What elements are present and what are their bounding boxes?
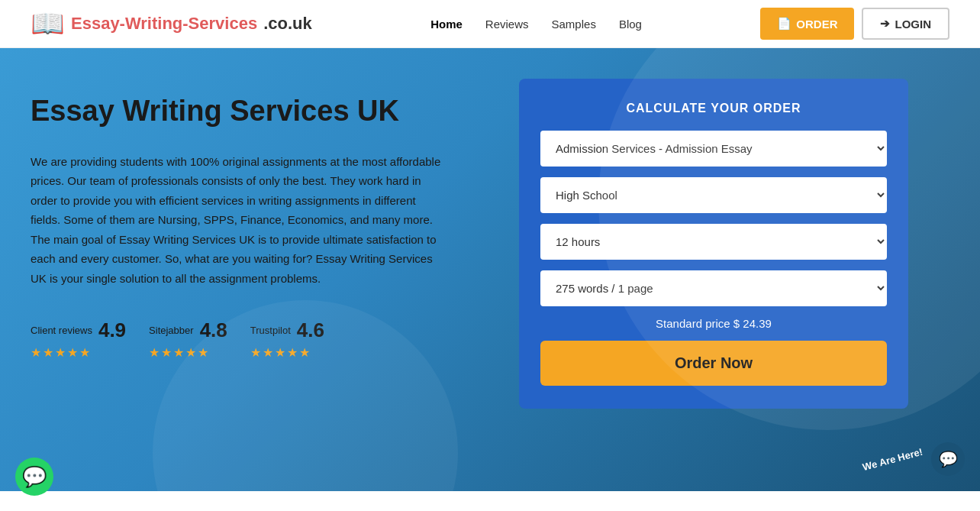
star-icon: ★ (161, 345, 172, 360)
rating-top-1: Client reviews 4.9 (31, 319, 126, 342)
service-select[interactable]: Admission Services - Admission Essay Ess… (540, 131, 887, 167)
hero-description: We are providing students with 100% orig… (31, 152, 443, 289)
whatsapp-button[interactable]: 💬 (15, 458, 53, 491)
logo-text-co: .co.uk (263, 14, 312, 34)
nav-samples[interactable]: Samples (552, 18, 596, 31)
deadline-select[interactable]: 3 hours 6 hours 12 hours 24 hours 48 hou… (540, 224, 887, 260)
hero-section: Essay Writing Services UK We are providi… (0, 48, 980, 491)
login-button[interactable]: ➔ LOGIN (862, 8, 949, 40)
star-icon: ★ (185, 345, 196, 360)
we-are-here-label: We Are Here! (862, 445, 924, 472)
star-icon: ★ (149, 345, 160, 360)
star-icon: ★ (287, 345, 298, 360)
pages-select[interactable]: 275 words / 1 page 550 words / 2 pages 8… (540, 270, 887, 306)
star-icon: ★ (173, 345, 184, 360)
star-icon: ★ (55, 345, 66, 360)
nav-reviews[interactable]: Reviews (485, 18, 529, 31)
order-doc-icon: 📄 (777, 17, 791, 31)
rating-top-2: Sitejabber 4.8 (149, 319, 227, 342)
star-icon: ★ (79, 345, 90, 360)
stars-3: ★ ★ ★ ★ ★ (250, 345, 324, 360)
rating-label-1: Client reviews (31, 325, 92, 336)
star-icon: ★ (263, 345, 273, 360)
rating-top-3: Trustpilot 4.6 (250, 319, 324, 342)
order-panel: CALCULATE YOUR ORDER Admission Services … (519, 79, 908, 409)
rating-label-3: Trustpilot (250, 325, 291, 336)
order-panel-title: CALCULATE YOUR ORDER (540, 102, 887, 115)
hero-left: Essay Writing Services UK We are providi… (31, 86, 488, 360)
star-icon: ★ (67, 345, 78, 360)
star-icon: ★ (250, 345, 261, 360)
star-icon: ★ (43, 345, 53, 360)
login-arrow-icon: ➔ (880, 17, 890, 31)
rating-label-2: Sitejabber (149, 325, 194, 336)
standard-price: Standard price $ 24.39 (540, 317, 887, 330)
star-icon: ★ (31, 345, 41, 360)
order-button-label: ORDER (796, 18, 837, 31)
logo-book-icon: 📖 (31, 8, 65, 40)
whatsapp-icon: 💬 (22, 465, 47, 489)
star-icon: ★ (299, 345, 310, 360)
rating-value-2: 4.8 (200, 319, 227, 342)
rating-value-3: 4.6 (297, 319, 324, 342)
stars-2: ★ ★ ★ ★ ★ (149, 345, 227, 360)
stars-1: ★ ★ ★ ★ ★ (31, 345, 126, 360)
nav-home[interactable]: Home (430, 18, 463, 31)
nav: Home Reviews Samples Blog (430, 18, 642, 31)
rating-value-1: 4.9 (98, 319, 126, 342)
rating-sitejabber: Sitejabber 4.8 ★ ★ ★ ★ ★ (149, 319, 227, 360)
header-buttons: 📄 ORDER ➔ LOGIN (760, 8, 949, 40)
logo-text-main: Essay-Writing-Services (71, 14, 257, 34)
level-select[interactable]: High School College University Masters P… (540, 177, 887, 213)
nav-blog[interactable]: Blog (619, 18, 642, 31)
hero-title: Essay Writing Services UK (31, 94, 488, 129)
header: 📖 Essay-Writing-Services.co.uk Home Revi… (0, 0, 980, 48)
login-button-label: LOGIN (895, 18, 931, 31)
chat-button[interactable]: 💬 (931, 442, 965, 476)
order-now-button[interactable]: Order Now (540, 341, 887, 386)
rating-trustpilot: Trustpilot 4.6 ★ ★ ★ ★ ★ (250, 319, 324, 360)
ratings-row: Client reviews 4.9 ★ ★ ★ ★ ★ Sitejabber … (31, 319, 488, 360)
logo[interactable]: 📖 Essay-Writing-Services.co.uk (31, 8, 312, 40)
star-icon: ★ (198, 345, 208, 360)
star-icon: ★ (275, 345, 285, 360)
rating-client-reviews: Client reviews 4.9 ★ ★ ★ ★ ★ (31, 319, 126, 360)
chat-icon: 💬 (939, 450, 958, 468)
chat-bubble: We Are Here! 💬 (862, 442, 965, 476)
order-button[interactable]: 📄 ORDER (760, 8, 854, 40)
